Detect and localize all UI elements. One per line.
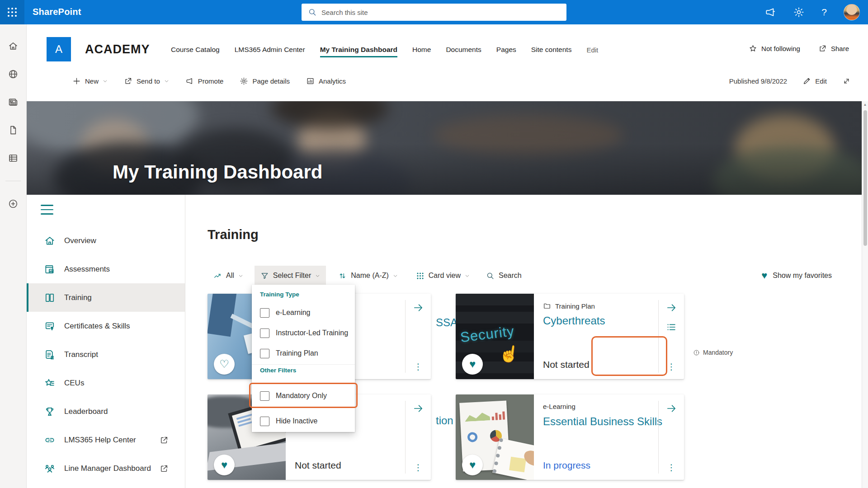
page-scrollbar[interactable]: ▲ bbox=[862, 101, 868, 488]
promote-button[interactable]: Promote bbox=[185, 77, 224, 85]
card-type: Training Plan bbox=[543, 302, 595, 310]
share-button[interactable]: Share bbox=[818, 44, 849, 53]
menu-toggle-button[interactable] bbox=[41, 205, 53, 215]
trending-icon bbox=[213, 272, 222, 280]
more-options-icon[interactable]: ⋮ bbox=[667, 361, 676, 372]
heart-icon: ♥ bbox=[221, 460, 227, 470]
favorite-button[interactable]: ♥ bbox=[462, 354, 483, 375]
checkbox[interactable] bbox=[260, 417, 269, 426]
site-logo[interactable]: A bbox=[47, 37, 71, 61]
select-filter-dropdown[interactable]: Select Filter bbox=[255, 266, 326, 286]
favorite-button[interactable]: ♥ bbox=[214, 455, 235, 475]
training-book-icon bbox=[44, 292, 56, 304]
help-icon[interactable]: ? bbox=[821, 7, 827, 18]
filter-option-mandatory-only[interactable]: Mandatory Only bbox=[260, 386, 350, 406]
nav-edit[interactable]: Edit bbox=[586, 46, 598, 56]
open-arrow-icon[interactable] bbox=[412, 302, 424, 314]
link-icon bbox=[44, 434, 56, 446]
scrollbar-thumb[interactable] bbox=[863, 110, 867, 246]
send-to-button[interactable]: Send to bbox=[124, 77, 169, 85]
filter-option-instructor-led[interactable]: Instructor-Led Training bbox=[260, 323, 350, 343]
more-options-icon[interactable]: ⋮ bbox=[414, 462, 423, 473]
checkbox[interactable] bbox=[260, 391, 269, 401]
app-launcher-button[interactable] bbox=[0, 0, 24, 24]
filter-option-hide-inactive[interactable]: Hide Inactive bbox=[260, 411, 350, 431]
card-title[interactable]: Essential Business Skills bbox=[543, 415, 662, 428]
view-mode-dropdown[interactable]: Card view bbox=[410, 266, 476, 286]
nav-my-training-dashboard[interactable]: My Training Dashboard bbox=[320, 46, 397, 56]
nav-lms-admin-center[interactable]: LMS365 Admin Center bbox=[235, 46, 305, 56]
more-options-icon[interactable]: ⋮ bbox=[414, 361, 423, 372]
create-site-plus-icon[interactable] bbox=[8, 198, 19, 209]
globe-icon[interactable] bbox=[8, 69, 19, 80]
sidebar-item-transcript[interactable]: Transcript bbox=[27, 340, 185, 369]
content-list-icon[interactable] bbox=[666, 322, 677, 333]
news-icon[interactable] bbox=[8, 97, 19, 108]
suite-bar: SharePoint Search this site ? bbox=[0, 0, 868, 24]
megaphone-icon[interactable] bbox=[764, 6, 776, 18]
favorite-button[interactable]: ♥ bbox=[462, 455, 483, 475]
home-icon[interactable] bbox=[8, 41, 19, 52]
more-options-icon[interactable]: ⋮ bbox=[667, 462, 676, 473]
card-title[interactable]: Cyberthreats bbox=[543, 314, 605, 327]
sidebar-item-training[interactable]: Training bbox=[27, 283, 185, 312]
analytics-button[interactable]: Analytics bbox=[306, 77, 346, 85]
sort-dropdown[interactable]: Name (A-Z) bbox=[332, 266, 404, 286]
app-rail bbox=[0, 24, 27, 488]
filter-section-other: Other Filters bbox=[260, 367, 296, 374]
chevron-down-icon bbox=[238, 273, 243, 278]
open-arrow-icon[interactable] bbox=[412, 403, 424, 414]
search-box[interactable]: Search this site bbox=[302, 4, 566, 21]
card-thumbnail[interactable]: Security ☝ ♥ bbox=[456, 294, 534, 379]
page-details-button[interactable]: Page details bbox=[240, 77, 290, 85]
promote-megaphone-icon bbox=[185, 77, 194, 85]
training-card[interactable]: Security ☝ ♥ Training Plan Cyberthreats … bbox=[456, 294, 684, 379]
sidebar-item-leaderboard[interactable]: Leaderboard bbox=[27, 397, 185, 426]
sidebar-item-overview[interactable]: Overview bbox=[27, 226, 185, 255]
filter-option-elearning[interactable]: e-Learning bbox=[260, 303, 350, 323]
document-icon[interactable] bbox=[8, 125, 19, 136]
card-status: Not started bbox=[543, 359, 590, 370]
search-training-button[interactable]: Search bbox=[480, 266, 528, 286]
sidebar-item-certificates-skills[interactable]: Certificates & Skills bbox=[27, 312, 185, 340]
expand-icon[interactable] bbox=[842, 77, 851, 85]
training-card[interactable]: ♥ e-Learning Essential Business Skills I… bbox=[456, 394, 684, 480]
sidebar-item-help-center[interactable]: LMS365 Help Center bbox=[27, 426, 185, 454]
sidebar-item-assessments[interactable]: Assessments bbox=[27, 255, 185, 283]
user-avatar[interactable] bbox=[844, 4, 860, 20]
nav-pages[interactable]: Pages bbox=[496, 46, 516, 56]
checkbox[interactable] bbox=[260, 308, 269, 318]
show-favorites-toggle[interactable]: ♥ Show my favorites bbox=[761, 266, 832, 286]
star-icon bbox=[749, 44, 757, 53]
sidebar-item-ceus[interactable]: CEUs bbox=[27, 369, 185, 397]
site-name[interactable]: ACADEMY bbox=[85, 42, 150, 56]
dropdown-divider bbox=[252, 364, 355, 365]
card-status: Not started bbox=[295, 460, 341, 471]
filter-option-training-plan[interactable]: Training Plan bbox=[260, 343, 350, 363]
settings-gear-icon[interactable] bbox=[793, 6, 805, 18]
app-title[interactable]: SharePoint bbox=[33, 7, 81, 17]
edit-page-button[interactable]: Edit bbox=[802, 77, 827, 85]
scroll-up-arrow[interactable]: ▲ bbox=[862, 103, 868, 107]
sidebar-item-line-manager-dashboard[interactable]: Line Manager Dashboard bbox=[27, 454, 185, 483]
section-title: Training bbox=[208, 227, 259, 242]
checkbox[interactable] bbox=[260, 349, 269, 358]
favorite-button[interactable]: ♡ bbox=[214, 354, 235, 375]
send-to-icon bbox=[124, 77, 132, 85]
nav-home[interactable]: Home bbox=[412, 46, 431, 56]
checkbox[interactable] bbox=[260, 328, 269, 338]
nav-documents[interactable]: Documents bbox=[446, 46, 481, 56]
new-button[interactable]: New bbox=[72, 77, 108, 85]
nav-site-contents[interactable]: Site contents bbox=[531, 46, 572, 56]
open-arrow-icon[interactable] bbox=[665, 302, 677, 314]
card-title[interactable]: tion bbox=[436, 414, 453, 427]
external-link-icon bbox=[160, 436, 169, 445]
view-all-dropdown[interactable]: All bbox=[208, 266, 249, 286]
open-arrow-icon[interactable] bbox=[665, 403, 677, 414]
nav-course-catalog[interactable]: Course Catalog bbox=[171, 46, 220, 56]
search-icon bbox=[308, 8, 317, 17]
card-thumbnail[interactable]: ♥ bbox=[456, 394, 534, 480]
follow-button[interactable]: Not following bbox=[749, 44, 800, 53]
home-icon bbox=[44, 235, 56, 247]
library-icon[interactable] bbox=[8, 153, 19, 164]
